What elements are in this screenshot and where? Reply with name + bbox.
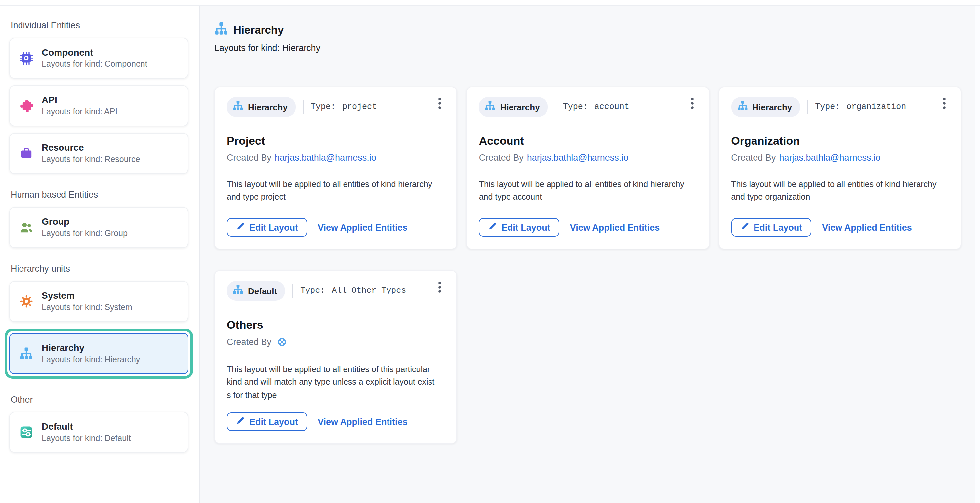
created-by-link[interactable]: harjas.bathla@harness.io: [527, 153, 628, 163]
kind-badge-label: Default: [248, 286, 277, 296]
card-title: Others: [227, 319, 445, 332]
sidebar-item-title: Default: [42, 421, 131, 432]
created-by-label: Created By: [731, 153, 776, 163]
sidebar-item-subtitle: Layouts for kind: Component: [42, 59, 148, 70]
badge-divider: [292, 284, 293, 298]
type-text: Type:account: [563, 102, 629, 112]
kind-badge: Hierarchy: [479, 97, 548, 117]
card-title: Organization: [731, 135, 949, 148]
pencil-icon: [236, 222, 245, 233]
card-menu-button[interactable]: [433, 95, 447, 111]
sliders-icon: [20, 426, 33, 439]
group-people-icon: [20, 221, 33, 234]
sidebar-item-component[interactable]: Component Layouts for kind: Component: [9, 38, 188, 79]
sidebar-item-api[interactable]: API Layouts for kind: API: [9, 85, 188, 126]
pencil-icon: [488, 222, 497, 233]
entity-kinds-sidebar: Individual Entities Component Layouts fo…: [0, 6, 200, 503]
kind-badge-label: Hierarchy: [248, 102, 288, 112]
kind-badge-label: Hierarchy: [752, 102, 792, 112]
sidebar-item-subtitle: Layouts for kind: Resource: [42, 155, 140, 165]
sidebar-item-hierarchy[interactable]: Hierarchy Layouts for kind: Hierarchy: [9, 333, 188, 374]
pencil-icon: [740, 222, 749, 233]
card-menu-button[interactable]: [937, 95, 951, 111]
sidebar-item-title: Resource: [42, 142, 140, 153]
content-row: Individual Entities Component Layouts fo…: [0, 6, 980, 503]
main-header: Hierarchy Layouts for kind: Hierarchy: [214, 22, 961, 63]
kind-badge: Default: [227, 281, 285, 301]
kind-badge-label: Hierarchy: [500, 102, 540, 112]
view-applied-entities-link[interactable]: View Applied Entities: [318, 222, 408, 232]
card-description: This layout will be applied to all entit…: [227, 363, 445, 402]
view-applied-entities-link[interactable]: View Applied Entities: [822, 222, 912, 232]
sidebar-item-subtitle: Layouts for kind: Group: [42, 229, 127, 239]
harness-logo-icon: [275, 336, 287, 347]
badge-divider: [303, 100, 304, 114]
card-description: This layout will be applied to all entit…: [227, 178, 445, 204]
layout-card-others: Default Type:All Other Types Others Crea…: [214, 270, 457, 444]
card-description: This layout will be applied to all entit…: [479, 178, 697, 204]
selected-item-ring: Hierarchy Layouts for kind: Hierarchy: [5, 328, 193, 379]
sidebar-item-default[interactable]: Default Layouts for kind: Default: [9, 412, 188, 453]
kind-badge: Hierarchy: [227, 97, 296, 117]
card-description: This layout will be applied to all entit…: [731, 178, 949, 204]
badge-divider: [555, 100, 556, 114]
scrollbar[interactable]: [975, 6, 980, 503]
view-applied-entities-link[interactable]: View Applied Entities: [318, 417, 408, 427]
type-text: Type:organization: [815, 102, 906, 112]
sidebar-item-group[interactable]: Group Layouts for kind: Group: [9, 207, 188, 248]
gear-icon: [20, 295, 33, 308]
type-text: Type:project: [311, 102, 377, 112]
sidebar-item-title: System: [42, 290, 132, 301]
created-by-link[interactable]: harjas.bathla@harness.io: [275, 153, 376, 163]
view-applied-entities-link[interactable]: View Applied Entities: [570, 222, 660, 232]
sidebar-item-title: Component: [42, 47, 148, 58]
edit-layout-button[interactable]: Edit Layout: [227, 218, 307, 236]
created-by-link[interactable]: harjas.bathla@harness.io: [779, 153, 880, 163]
kind-badge: Hierarchy: [731, 97, 800, 117]
puzzle-icon: [20, 99, 33, 113]
sitemap-icon: [233, 284, 243, 297]
sidebar-item-system[interactable]: System Layouts for kind: System: [9, 281, 188, 322]
created-by-label: Created By: [227, 337, 272, 347]
edit-layout-button[interactable]: Edit Layout: [479, 218, 560, 236]
header-divider: [214, 63, 961, 63]
component-chip-icon: [20, 52, 33, 65]
sitemap-icon: [20, 347, 33, 360]
sidebar-item-resource[interactable]: Resource Layouts for kind: Resource: [9, 133, 188, 174]
layout-card-project: Hierarchy Type:project Project Created B…: [214, 87, 457, 249]
card-menu-button[interactable]: [685, 95, 699, 111]
app-root: Individual Entities Component Layouts fo…: [0, 0, 980, 503]
created-by-label: Created By: [479, 153, 524, 163]
page-title: Hierarchy: [234, 24, 284, 36]
sidebar-item-title: Group: [42, 216, 127, 227]
sidebar-section-label: Hierarchy units: [11, 264, 187, 274]
sidebar-item-subtitle: Layouts for kind: Default: [42, 433, 131, 444]
card-title: Account: [479, 135, 697, 148]
briefcase-icon: [20, 147, 33, 160]
created-by-label: Created By: [227, 153, 272, 163]
layout-card-organization: Hierarchy Type:organization Organization…: [719, 87, 961, 249]
layout-card-account: Hierarchy Type:account Account Created B…: [466, 87, 710, 249]
type-text: Type:All Other Types: [300, 286, 406, 295]
pencil-icon: [236, 416, 245, 427]
sidebar-item-subtitle: Layouts for kind: System: [42, 303, 132, 313]
card-menu-button[interactable]: [433, 279, 447, 295]
main-panel: Hierarchy Layouts for kind: Hierarchy Hi…: [200, 6, 975, 503]
edit-layout-button[interactable]: Edit Layout: [731, 218, 811, 236]
badge-divider: [807, 100, 808, 114]
page-subtitle: Layouts for kind: Hierarchy: [214, 43, 961, 53]
layout-cards-grid: Hierarchy Type:project Project Created B…: [214, 87, 961, 444]
card-title: Project: [227, 135, 445, 148]
top-bar: [0, 0, 980, 6]
sitemap-icon: [233, 100, 243, 114]
sidebar-item-title: API: [42, 95, 118, 106]
sidebar-section-label: Other: [11, 395, 187, 405]
sidebar-item-subtitle: Layouts for kind: API: [42, 107, 118, 117]
edit-layout-button[interactable]: Edit Layout: [227, 413, 307, 431]
sidebar-item-title: Hierarchy: [42, 343, 140, 354]
sitemap-icon: [214, 22, 228, 38]
sidebar-section-label: Human based Entities: [11, 190, 187, 200]
sidebar-section-label: Individual Entities: [11, 21, 187, 30]
sidebar-item-subtitle: Layouts for kind: Hierarchy: [42, 355, 140, 365]
sitemap-icon: [737, 100, 748, 114]
